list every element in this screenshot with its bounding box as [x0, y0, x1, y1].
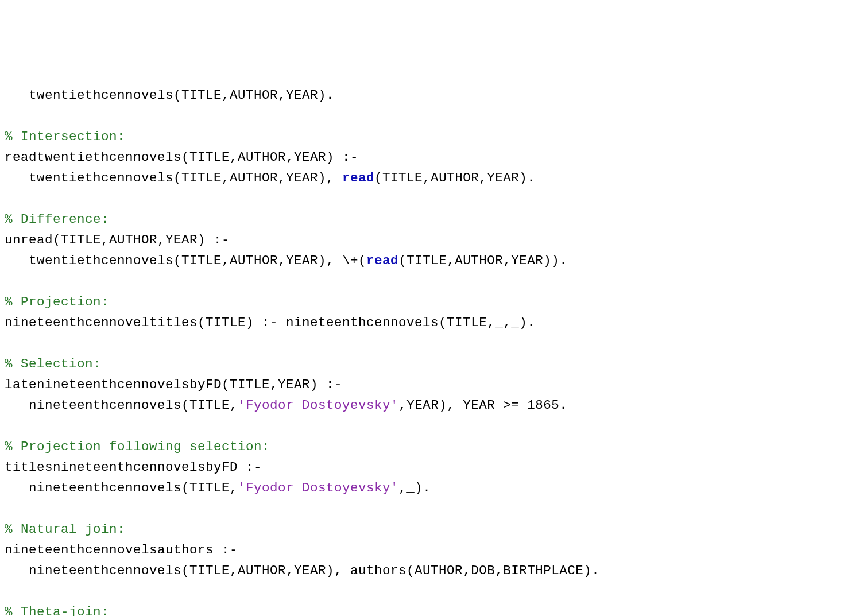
- code-line: twentiethcennovels(TITLE,AUTHOR,YEAR),: [5, 171, 342, 185]
- comment-line: % Selection:: [5, 357, 101, 371]
- comment-line: % Difference:: [5, 212, 109, 227]
- code-line: twentiethcennovels(TITLE,AUTHOR,YEAR), \…: [5, 253, 366, 268]
- comment-line: % Projection following selection:: [5, 439, 270, 454]
- code-line: twentiethcennovels(TITLE,AUTHOR,YEAR).: [5, 88, 334, 103]
- code-line: nineteenthcennovels(TITLE,AUTHOR,YEAR), …: [5, 563, 599, 578]
- comment-line: % Projection:: [5, 295, 109, 309]
- comment-line: % Natural join:: [5, 522, 125, 537]
- string-literal: 'Fyodor Dostoyevsky': [238, 398, 398, 413]
- code-line: readtwentiethcennovels(TITLE,AUTHOR,YEAR…: [5, 150, 358, 165]
- keyword-read: read: [366, 253, 398, 268]
- code-line: latenineteenthcennovelsbyFD(TITLE,YEAR) …: [5, 377, 342, 392]
- comment-line: % Intersection:: [5, 129, 125, 144]
- string-literal: 'Fyodor Dostoyevsky': [238, 481, 398, 495]
- keyword-read: read: [342, 171, 374, 185]
- code-text: (TITLE,AUTHOR,YEAR).: [374, 171, 535, 185]
- code-block: twentiethcennovels(TITLE,AUTHOR,YEAR). %…: [5, 85, 839, 616]
- code-line: titlesnineteenthcennovelsbyFD :-: [5, 460, 262, 475]
- code-line: unread(TITLE,AUTHOR,YEAR) :-: [5, 233, 230, 247]
- code-line: nineteenthcennoveltitles(TITLE) :- ninet…: [5, 315, 535, 330]
- code-text: ,YEAR), YEAR >= 1865.: [398, 398, 567, 413]
- code-line: nineteenthcennovelsauthors :-: [5, 543, 238, 557]
- comment-line: % Theta-join:: [5, 605, 109, 616]
- code-text: ,_).: [398, 481, 431, 495]
- code-line: nineteenthcennovels(TITLE,: [5, 481, 238, 495]
- code-text: (TITLE,AUTHOR,YEAR)).: [398, 253, 567, 268]
- code-line: nineteenthcennovels(TITLE,: [5, 398, 238, 413]
